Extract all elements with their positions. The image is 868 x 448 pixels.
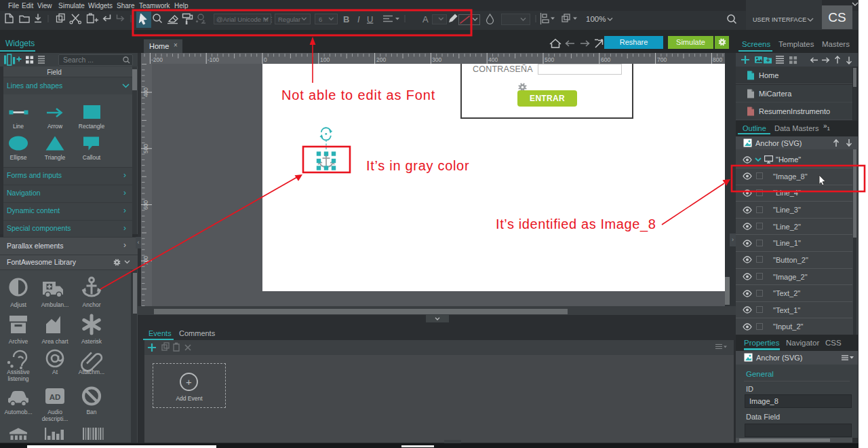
- svg-text:Not able to edit as Font: Not able to edit as Font: [281, 88, 435, 102]
- svg-text:It’s identified as Image_8: It’s identified as Image_8: [496, 217, 656, 232]
- svg-text:It’s in gray color: It’s in gray color: [366, 158, 469, 173]
